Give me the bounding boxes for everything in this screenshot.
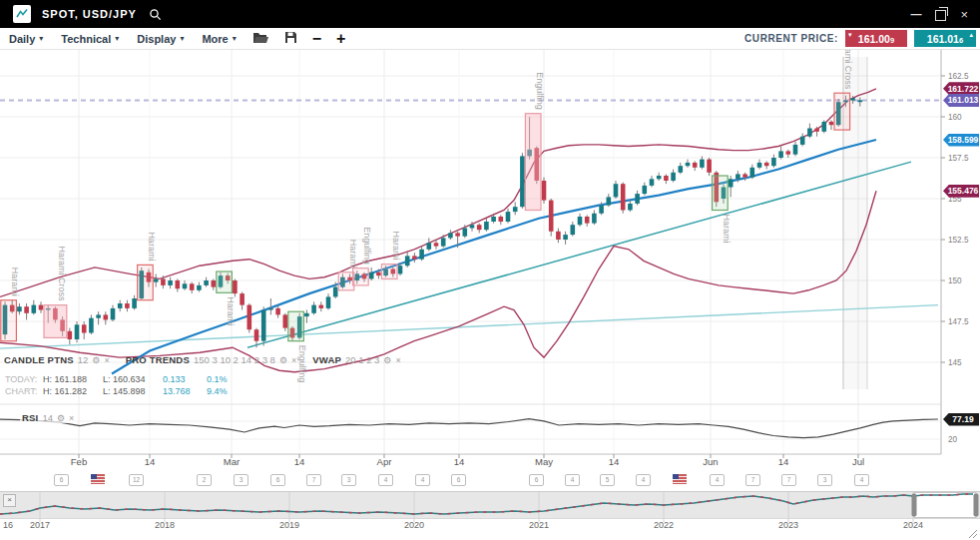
calendar-event-icon[interactable]: 2 — [197, 474, 212, 486]
candle — [621, 184, 626, 210]
remove-indicator-icon[interactable]: × — [395, 355, 400, 365]
svg-text:160: 160 — [948, 113, 962, 122]
menu-display-label: Display — [137, 33, 176, 45]
save-icon[interactable] — [284, 30, 297, 48]
chart-change-pct: 9.4% — [207, 385, 228, 397]
calendar-event-icon[interactable]: 6 — [270, 474, 285, 486]
svg-text:157.5: 157.5 — [948, 154, 969, 163]
menu-daily[interactable]: Daily▾ — [9, 33, 43, 45]
candle — [607, 197, 612, 205]
candle — [111, 308, 116, 320]
today-low: L: 160.634 — [103, 373, 163, 385]
bid-price-pip: 9 — [890, 36, 894, 45]
today-change-pct: 0.1% — [207, 373, 228, 385]
calendar-event-icon[interactable]: 3 — [341, 474, 356, 486]
candlestick-layer — [3, 96, 862, 348]
svg-text:162.5: 162.5 — [948, 72, 969, 81]
calendar-event-icon[interactable]: 4 — [378, 474, 393, 486]
candle — [204, 280, 209, 285]
candle — [75, 324, 80, 339]
bollinger-lower-line — [0, 191, 876, 372]
gear-icon[interactable]: ⚙ — [92, 355, 100, 365]
candle — [484, 222, 489, 230]
navigator-selection[interactable] — [914, 493, 976, 518]
zoom-in-button[interactable]: + — [336, 32, 345, 46]
navigator-close-button[interactable]: × — [3, 494, 16, 507]
minimize-button[interactable]: — — [910, 10, 921, 18]
candle — [311, 305, 316, 313]
candle — [757, 163, 762, 168]
calendar-event-icon[interactable]: 4 — [854, 474, 869, 486]
calendar-event-icon[interactable]: 6 — [54, 474, 69, 486]
us-flag-icon[interactable] — [91, 474, 105, 484]
calendar-event-icon[interactable]: 6 — [451, 474, 466, 486]
calendar-event-icon[interactable]: 7 — [745, 474, 760, 486]
candle — [477, 225, 482, 230]
candle — [800, 137, 805, 145]
svg-text:150: 150 — [948, 276, 962, 285]
pattern-box — [138, 265, 154, 299]
zoom-out-button[interactable]: − — [312, 32, 321, 46]
remove-indicator-icon[interactable]: × — [69, 413, 74, 423]
remove-indicator-icon[interactable]: × — [104, 355, 109, 365]
menu-more[interactable]: More▾ — [202, 33, 236, 45]
chart-canvas[interactable]: HaramiHarami CrossHaramiHaramiEngulfingH… — [0, 0, 980, 540]
pattern-box — [525, 114, 541, 211]
today-stats-row: TODAY: H: 161.188 L: 160.634 0.133 0.1% — [5, 373, 228, 385]
calendar-event-icon[interactable]: 5 — [600, 474, 615, 486]
calendar-event-icon[interactable]: 3 — [234, 474, 248, 486]
candle — [578, 217, 583, 225]
candle — [448, 233, 453, 238]
candle — [506, 212, 511, 222]
calendar-event-icon[interactable]: 12 — [129, 474, 144, 486]
navigator[interactable]: 1620172018201920202021202220232024 — [0, 492, 980, 539]
candle — [463, 229, 468, 237]
pattern-box — [338, 272, 354, 290]
candle — [427, 243, 432, 250]
pattern-label: Harami — [722, 215, 732, 244]
candle — [125, 303, 130, 308]
calendar-event-icon[interactable]: 7 — [781, 474, 796, 486]
year-label: 2018 — [155, 520, 175, 530]
pattern-label: Engulfing — [362, 227, 372, 265]
restore-button[interactable] — [935, 10, 946, 21]
candle — [176, 280, 181, 288]
calendar-event-icon[interactable]: 6 — [529, 474, 544, 486]
gear-icon[interactable]: ⚙ — [383, 355, 391, 365]
menu-display[interactable]: Display▾ — [137, 33, 184, 45]
candle — [786, 151, 791, 154]
open-folder-icon[interactable] — [252, 30, 269, 48]
navigator-handle[interactable] — [912, 494, 917, 517]
close-button[interactable]: × — [960, 8, 968, 21]
candle — [17, 306, 22, 311]
toolbar: Daily▾ Technical▾ Display▾ More▾ − + CUR… — [0, 28, 980, 50]
gear-icon[interactable]: ⚙ — [279, 355, 287, 365]
navigator-handle[interactable] — [974, 494, 979, 517]
price-stats: TODAY: H: 161.188 L: 160.634 0.133 0.1% … — [5, 373, 228, 397]
candle — [599, 206, 604, 214]
candle — [750, 168, 755, 178]
upper-band-price-badge: 161.722 — [943, 82, 979, 95]
calendar-event-icon[interactable]: 3 — [817, 474, 832, 486]
year-label: 16 — [3, 520, 13, 530]
search-icon[interactable] — [149, 8, 162, 21]
remove-indicator-icon[interactable]: × — [291, 355, 296, 365]
chevron-down-icon: ▾ — [115, 34, 119, 43]
us-flag-icon[interactable] — [673, 474, 687, 484]
calendar-event-icon[interactable]: 4 — [415, 474, 430, 486]
candle — [679, 166, 684, 173]
calendar-event-icon[interactable]: 7 — [306, 474, 321, 486]
calendar-event-icon[interactable]: 4 — [565, 474, 580, 486]
menu-technical[interactable]: Technical▾ — [61, 33, 119, 45]
indicator-name: VWAP — [312, 354, 341, 365]
calendar-event-icon[interactable]: 4 — [636, 474, 651, 486]
candle — [261, 310, 266, 341]
menu-more-label: More — [202, 33, 228, 45]
year-label: 2023 — [778, 520, 798, 530]
gear-icon[interactable]: ⚙ — [57, 413, 65, 423]
candle — [154, 278, 159, 281]
calendar-event-icon[interactable]: 4 — [710, 474, 725, 486]
pattern-label: Harami — [226, 296, 236, 325]
candle — [304, 313, 309, 316]
pattern-box — [288, 311, 304, 341]
